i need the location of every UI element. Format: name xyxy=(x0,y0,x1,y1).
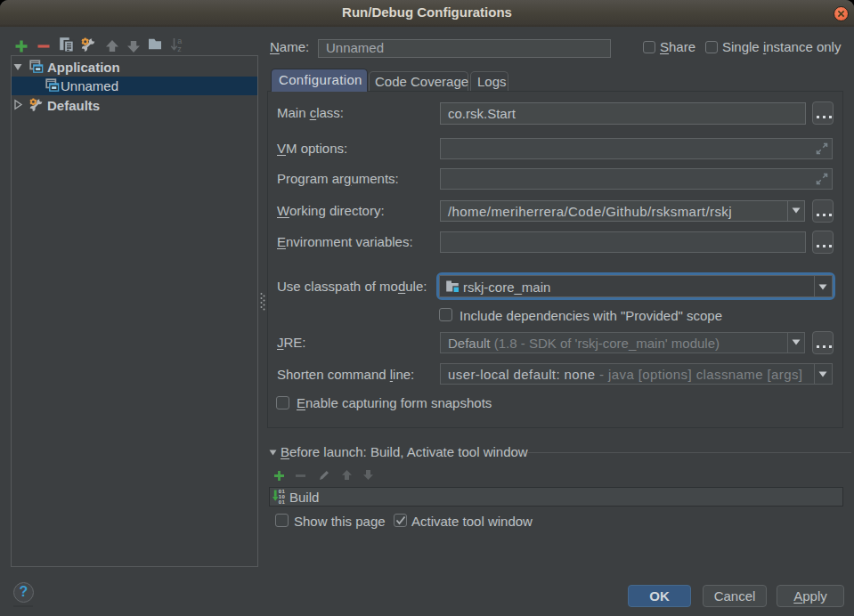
svg-text:z: z xyxy=(177,45,182,53)
svg-text:01: 01 xyxy=(279,499,286,505)
